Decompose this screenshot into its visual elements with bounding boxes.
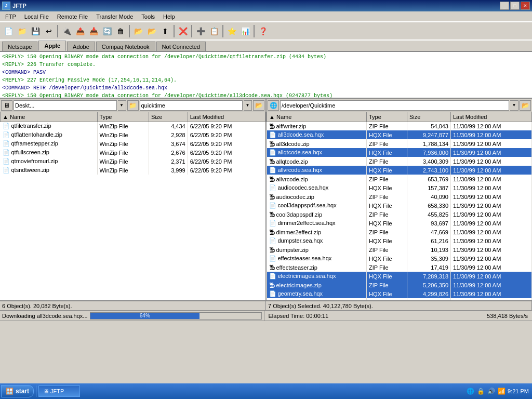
remote-file-row[interactable]: 📄allvrcode.sea.hqx HQX File 2,743,100 11… (267, 166, 532, 175)
elapsed-label: Elapsed Time: 00:00:11 (269, 313, 329, 319)
remote-file-row[interactable]: 📄effectsteaser.sea.hqx HQX File 35,309 1… (267, 254, 532, 263)
remote-col-name[interactable]: ▲ Name (267, 112, 367, 122)
sort-icon: ▲ (269, 114, 275, 120)
local-file-modified: 6/22/05 9:20 PM (188, 166, 265, 175)
remote-file-row[interactable]: 📄dimmer2effect.sea.hqx HQX File 93,697 1… (267, 219, 532, 228)
remote-file-row[interactable]: 🗜cool3dappspdf.zip ZIP File 455,825 11/3… (267, 210, 532, 219)
remote-file-row[interactable]: 🗜all3dcode.zip ZIP File 1,788,134 11/30/… (267, 139, 532, 148)
remote-file-row[interactable]: 🗜geometry.zip ZIP File 33,538 11/30/99 1… (267, 298, 532, 300)
toolbar-btn-help[interactable]: ❓ (257, 25, 269, 37)
menu-item-transfer-mode[interactable]: Transfer Mode (92, 12, 137, 21)
remote-nav-icon[interactable]: 🌐 (268, 100, 279, 111)
local-drive-arrow[interactable]: ▼ (118, 100, 126, 111)
toolbar-btn-new[interactable]: 📄 (2, 25, 15, 37)
remote-file-row[interactable]: 📄electricimages.sea.hqx HQX File 7,289,3… (267, 272, 532, 281)
remote-file-name: 🗜allqtcode.zip (267, 157, 367, 166)
remote-file-row[interactable]: 🗜allqtcode.zip ZIP File 3,400,309 11/30/… (267, 157, 532, 166)
toolbar-btn-log[interactable]: 📊 (239, 25, 251, 37)
toolbar-btn-upload[interactable]: ⬆ (159, 25, 171, 37)
toolbar-btn-view-queue[interactable]: 📋 (208, 25, 220, 37)
toolbar-btn-connect[interactable]: 🔌 (60, 25, 73, 37)
taskbar: 🪟 start 🖥 JFTP 🌐 🔒 🔊 📶 9:21 PM (0, 383, 532, 399)
remote-file-row[interactable]: 📄allqtcode.sea.hqx HQX File 7,936,000 11… (267, 148, 532, 157)
remote-col-size[interactable]: Size (407, 112, 451, 122)
remote-file-row[interactable]: 🗜audiocodec.zip ZIP File 40,090 11/30/99… (267, 192, 532, 201)
toolbar-btn-queue[interactable]: ➕ (194, 25, 207, 37)
remote-file-row[interactable]: 📄all3dcode.sea.hqx HQX File 9,247,877 11… (267, 130, 532, 139)
tab-adobe[interactable]: Adobe (67, 42, 95, 51)
menu-item-help[interactable]: Help (159, 12, 179, 21)
toolbar-btn-open[interactable]: 📁 (16, 25, 28, 37)
tab-netscape[interactable]: Netscape (2, 42, 37, 51)
remote-file-row[interactable]: 📄audiocodec.sea.hqx HQX File 157,387 11/… (267, 183, 532, 192)
local-file-row[interactable]: 📄qtfullscreen.zip WinZip File 2,676 6/22… (1, 148, 265, 157)
toolbar-btn-cancel[interactable]: ❌ (177, 25, 189, 37)
local-col-modified[interactable]: Last Modified (188, 112, 265, 122)
local-file-size: 2,676 (149, 148, 188, 157)
local-up-button[interactable]: 📂 (253, 100, 264, 111)
toolbar-btn-remote-dir[interactable]: 📂 (145, 25, 158, 37)
remote-file-size: 40,090 (407, 192, 451, 201)
tab-compaq-notebook[interactable]: Compaq Notebook (96, 42, 155, 51)
remote-path-combo[interactable]: /developer/Quicktime (280, 100, 509, 111)
remote-file-row[interactable]: 🗜dumpster.zip ZIP File 10,193 11/30/99 1… (267, 245, 532, 254)
transfer-stats: Elapsed Time: 00:00:11 538,418 Bytes/s (264, 311, 533, 321)
remote-file-row[interactable]: 🗜effectsteaser.zip ZIP File 17,419 11/30… (267, 263, 532, 272)
remote-file-list[interactable]: ▲ Name Type Size Last Modified 🗜aiffwrit… (267, 112, 532, 300)
local-nav-icon[interactable]: 🖥 (1, 100, 12, 111)
toolbar-btn-delete[interactable]: 🗑 (114, 25, 127, 37)
start-button[interactable]: 🪟 start (1, 385, 34, 397)
menu-item-tools[interactable]: Tools (137, 12, 159, 21)
remote-path-arrow[interactable]: ▼ (510, 100, 518, 111)
local-col-name[interactable]: ▲ Name (1, 112, 98, 122)
remote-file-modified: 11/30/99 12:00 AM (451, 201, 532, 210)
local-path-arrow[interactable]: ▼ (244, 100, 252, 111)
local-file-row[interactable]: 📄qtframestepper.zip WinZip File 3,674 6/… (1, 139, 265, 148)
minimize-button[interactable]: _ (500, 2, 509, 10)
tab-not-connected[interactable]: Not Connected (156, 42, 206, 51)
remote-file-row[interactable]: 🗜electricimages.zip ZIP File 5,206,350 1… (267, 281, 532, 289)
remote-file-modified: 11/30/99 12:00 AM (451, 175, 532, 183)
close-button[interactable]: ✕ (521, 2, 530, 10)
toolbar-btn-local-dir[interactable]: 📂 (132, 25, 144, 37)
remote-file-type: ZIP File (367, 139, 407, 148)
remote-col-modified[interactable]: Last Modified (451, 112, 532, 122)
local-file-row[interactable]: 📄qtfiletransfer.zip WinZip File 4,434 6/… (1, 122, 265, 130)
maximize-button[interactable]: □ (510, 2, 520, 10)
remote-file-row[interactable]: 🗜aiffwriter.zip ZIP File 54,043 11/30/99… (267, 122, 532, 130)
remote-file-row[interactable]: 🗜dimmer2effect.zip ZIP File 47,669 11/30… (267, 228, 532, 236)
tray-icon-4: 📶 (497, 387, 506, 395)
local-file-row[interactable]: 📄qtmoviefromurl.zip WinZip File 2,371 6/… (1, 157, 265, 166)
remote-file-type: HQX File (367, 272, 407, 281)
remote-file-name: 📄cool3dappspdf.sea.hqx (267, 201, 367, 210)
remote-file-row[interactable]: 📄geometry.sea.hqx HQX File 4,299,826 11/… (267, 289, 532, 298)
menu-item-local-file[interactable]: Local File (20, 12, 53, 21)
remote-file-modified: 11/30/99 12:00 AM (451, 183, 532, 192)
menu-item-ftp[interactable]: FTP (1, 12, 20, 21)
local-path-combo[interactable]: quicktime (140, 100, 243, 111)
toolbar-btn-undo[interactable]: ↩ (43, 25, 55, 37)
remote-file-size: 653,769 (407, 175, 451, 183)
local-file-list[interactable]: ▲ Name Type Size Last Modified 📄qtfiletr… (0, 112, 265, 300)
local-file-row[interactable]: 📄qtflattentohandle.zip WinZip File 2,928… (1, 130, 265, 139)
toolbar-btn-receive[interactable]: 📥 (87, 25, 100, 37)
toolbar-btn-save[interactable]: 💾 (29, 25, 42, 37)
local-file-row[interactable]: 📄qtsndtween.zip WinZip File 3,999 6/22/0… (1, 166, 265, 175)
menu-item-remote-file[interactable]: Remote File (53, 12, 92, 21)
remote-up-button[interactable]: 📂 (520, 100, 531, 111)
remote-file-size: 47,669 (407, 228, 451, 236)
toolbar-btn-refresh[interactable]: 🔄 (101, 25, 113, 37)
local-col-size[interactable]: Size (149, 112, 188, 122)
toolbar-btn-send[interactable]: 📤 (74, 25, 86, 37)
toolbar-btn-bookmarks[interactable]: ⭐ (225, 25, 238, 37)
local-col-type[interactable]: Type (97, 112, 149, 122)
remote-file-type: HQX File (367, 289, 407, 298)
remote-file-row[interactable]: 🗜allvrcode.zip ZIP File 653,769 11/30/99… (267, 175, 532, 183)
taskbar-item-jftp[interactable]: 🖥 JFTP (38, 385, 80, 397)
remote-file-row[interactable]: 📄dumpster.sea.hqx HQX File 61,216 11/30/… (267, 236, 532, 245)
tab-apple[interactable]: Apple (38, 41, 66, 51)
remote-file-row[interactable]: 📄cool3dappspdf.sea.hqx HQX File 658,330 … (267, 201, 532, 210)
remote-col-type[interactable]: Type (367, 112, 407, 122)
local-drive-combo[interactable]: Deskt... (14, 100, 117, 111)
remote-file-type: HQX File (367, 130, 407, 139)
